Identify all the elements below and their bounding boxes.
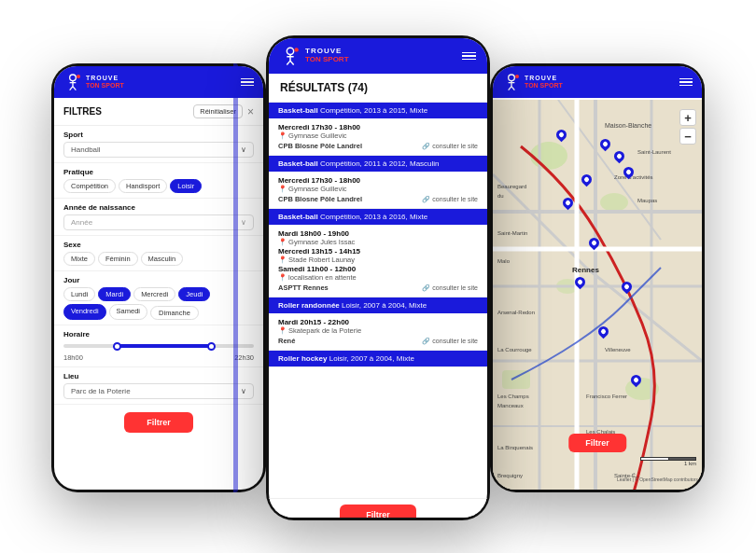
sexe-tags: Mixte Féminin Masculin xyxy=(63,252,254,266)
jour-tag-mercredi[interactable]: Mercredi xyxy=(133,287,175,301)
logo-icon-left xyxy=(63,73,82,91)
svg-text:Rennes: Rennes xyxy=(572,266,599,274)
blue-stripe-left xyxy=(233,63,238,492)
map-scale: 1 km xyxy=(640,457,696,466)
sexe-tag-masculin[interactable]: Masculin xyxy=(141,252,184,266)
lieu-label: Lieu xyxy=(63,372,254,380)
svg-text:Saint-Laurent: Saint-Laurent xyxy=(637,149,671,155)
filters-title: FILTRES xyxy=(63,106,102,117)
svg-text:Beauregard: Beauregard xyxy=(497,184,526,189)
map-container: Maison-Blanche Saint-Laurent Zone d'acti… xyxy=(493,100,702,490)
svg-point-12 xyxy=(509,75,515,81)
jour-label: Jour xyxy=(63,276,254,284)
hamburger-icon-left[interactable] xyxy=(241,78,254,87)
pratique-tag-competition[interactable]: Compétition xyxy=(63,179,116,193)
svg-point-20 xyxy=(600,193,628,212)
svg-text:Arsenal-Redon: Arsenal-Redon xyxy=(497,310,535,315)
svg-text:du: du xyxy=(497,193,504,199)
zoom-in-button[interactable]: + xyxy=(679,109,696,126)
svg-point-17 xyxy=(515,75,519,78)
sport-label: Sport xyxy=(63,131,254,139)
map-controls: + − xyxy=(679,109,696,145)
logo-text-left: TROUVE TON SPORT xyxy=(86,75,124,89)
horaire-start: 18h00 xyxy=(63,353,83,362)
svg-text:Zone d'activités: Zone d'activités xyxy=(614,174,653,180)
result-card-5-header: Roller hockey Loisir, 2007 à 2004, Mixte xyxy=(269,351,487,366)
result-card-2-header: Basket-ball Compétition, 2011 à 2012, Ma… xyxy=(269,156,487,172)
naissance-label: Année de naissance xyxy=(63,203,254,212)
hamburger-icon-center[interactable] xyxy=(462,52,476,61)
results-title: RÉSULTATS (74) xyxy=(269,74,487,103)
svg-line-15 xyxy=(509,87,511,90)
jour-tag-jeudi[interactable]: Jeudi xyxy=(178,287,210,301)
jour-tag-dimanche[interactable]: Dimanche xyxy=(150,306,199,320)
pratique-tags: Compétition Handisport Loisir xyxy=(63,179,254,193)
hamburger-icon-right[interactable] xyxy=(679,78,693,87)
filter-button-right[interactable]: Filtrer xyxy=(568,434,626,452)
svg-line-4 xyxy=(73,87,76,90)
result-card-3: Basket-ball Compétition, 2013 à 2016, Mi… xyxy=(269,209,487,297)
svg-point-19 xyxy=(530,142,567,170)
logo-right: TROUVE TON SPORT xyxy=(502,73,563,91)
result-card-2-body: Mercredi 17h30 - 18h00 📍 Gymnase Guillev… xyxy=(269,172,487,208)
result-card-2: Basket-ball Compétition, 2011 à 2012, Ma… xyxy=(269,156,487,209)
sport-select[interactable]: Handball ∨ xyxy=(63,142,254,158)
result-card-1-header: Basket-ball Compétition, 2013 à 2015, Mi… xyxy=(269,103,487,118)
jour-tag-vendredi[interactable]: Vendredi xyxy=(63,304,106,320)
jour-tag-mardi[interactable]: Mardi xyxy=(98,287,131,301)
chevron-down-icon-2: ∨ xyxy=(241,218,246,227)
svg-line-9 xyxy=(287,61,290,64)
naissance-select[interactable]: Année ∨ xyxy=(63,214,254,230)
result-card-3-body: Mardi 18h00 - 19h00 📍 Gymnase Jules Issa… xyxy=(269,225,487,297)
sexe-label: Sexe xyxy=(63,241,254,249)
logo-text-right: TROUVE TON SPORT xyxy=(525,75,563,89)
svg-text:Villeneuve: Villeneuve xyxy=(605,347,631,353)
svg-text:La Courrouge: La Courrouge xyxy=(497,347,532,353)
lieu-input[interactable]: Parc de la Poterie ∨ xyxy=(63,383,254,399)
logo-text-center: TROUVE TON SPORT xyxy=(305,48,349,64)
result-card-5: Roller hockey Loisir, 2007 à 2004, Mixte xyxy=(269,351,487,367)
filter-button-left[interactable]: Filtrer xyxy=(124,412,193,433)
slider-thumb-right[interactable] xyxy=(207,342,216,351)
pratique-tag-loisir[interactable]: Loisir xyxy=(170,179,202,193)
horaire-label: Horaire xyxy=(63,330,254,339)
logo-left: TROUVE TON SPORT xyxy=(63,73,124,91)
svg-line-10 xyxy=(290,61,294,64)
result-card-4-body: Mardi 20h15 - 22h00 📍 Skatepark de la Po… xyxy=(269,313,487,350)
svg-text:Malo: Malo xyxy=(497,258,511,264)
jour-tags: Lundi Mardi Mercredi Jeudi Vendredi Same… xyxy=(63,287,254,320)
result-card-4-header: Roller randonnée Loisir, 2007 à 2004, Mi… xyxy=(269,297,487,313)
svg-text:Manceaux: Manceaux xyxy=(497,403,524,408)
svg-text:Les Champs: Les Champs xyxy=(497,394,529,399)
logo-icon-center xyxy=(280,46,301,66)
sexe-tag-mixte[interactable]: Mixte xyxy=(63,252,95,266)
pratique-label: Pratique xyxy=(63,168,254,176)
filter-button-center[interactable]: Filtrer xyxy=(340,505,416,518)
sexe-tag-feminin[interactable]: Féminin xyxy=(98,252,138,266)
jour-tag-lundi[interactable]: Lundi xyxy=(63,287,95,301)
logo-icon-right xyxy=(502,73,521,91)
phone-results: TROUVE TON SPORT RÉSULTATS (74) Basket- xyxy=(266,35,490,520)
svg-text:Brequigny: Brequigny xyxy=(497,473,523,478)
map-svg: Maison-Blanche Saint-Laurent Zone d'acti… xyxy=(493,100,702,490)
result-card-3-header: Basket-ball Compétition, 2013 à 2016, Mi… xyxy=(269,209,487,225)
svg-text:Maison-Blanche: Maison-Blanche xyxy=(605,122,651,129)
svg-text:Francisco Ferrer: Francisco Ferrer xyxy=(586,394,627,399)
svg-line-3 xyxy=(70,87,73,90)
svg-line-16 xyxy=(511,87,514,90)
jour-tag-samedi[interactable]: Samedi xyxy=(109,304,147,320)
zoom-out-button[interactable]: − xyxy=(679,128,696,145)
chevron-down-icon: ∨ xyxy=(241,145,246,154)
svg-point-6 xyxy=(287,48,293,54)
svg-text:La Binquenais: La Binquenais xyxy=(497,445,533,450)
result-card-1-body: Mercredi 17h30 - 18h00 📍 Gymnase Guillev… xyxy=(269,118,487,155)
scene: TROUVE TON SPORT FILTRES Réinitialiser xyxy=(0,0,756,553)
chevron-down-icon-3: ∨ xyxy=(241,387,246,395)
logo-center: TROUVE TON SPORT xyxy=(280,46,349,66)
slider-thumb-left[interactable] xyxy=(113,342,121,351)
close-icon[interactable]: × xyxy=(247,105,254,118)
result-card-1: Basket-ball Compétition, 2013 à 2015, Mi… xyxy=(269,103,487,156)
svg-point-5 xyxy=(77,75,80,78)
pratique-tag-handisport[interactable]: Handisport xyxy=(119,179,167,193)
phone-map: TROUVE TON SPORT xyxy=(490,63,705,492)
